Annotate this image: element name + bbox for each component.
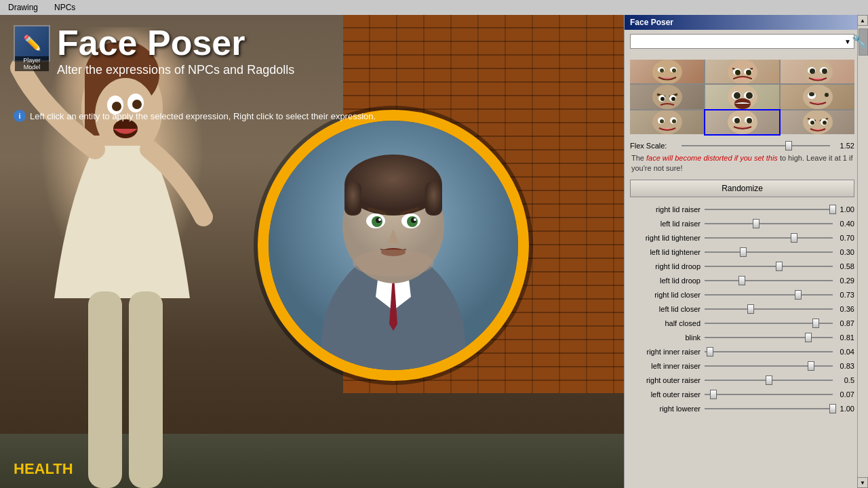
expression-dropdown[interactable]: ▼	[630, 34, 854, 49]
slider-label-9: blink	[630, 333, 705, 342]
expr-cell-2[interactable]	[705, 60, 779, 83]
svg-point-71	[810, 121, 814, 125]
slider-label-12: right outer raiser	[630, 376, 705, 384]
slider-1[interactable]	[705, 219, 833, 228]
slider-row-12: right outer raiser0.5	[630, 373, 854, 387]
flex-scale-value: 1.52	[834, 142, 854, 150]
slider-11[interactable]	[705, 361, 833, 371]
slider-13[interactable]	[705, 390, 833, 399]
slider-value-10: 0.04	[833, 348, 854, 356]
svg-point-51	[746, 92, 753, 99]
svg-point-61	[660, 119, 664, 123]
title-area: ✏️ Player Model Face Poser Alter the exp…	[14, 25, 294, 77]
expr-cell-5[interactable]	[705, 85, 779, 108]
slider-value-1: 0.40	[833, 220, 854, 228]
svg-point-35	[735, 70, 741, 75]
svg-point-36	[746, 70, 751, 75]
svg-point-30	[660, 68, 664, 73]
slider-value-13: 0.07	[833, 390, 854, 399]
slider-3[interactable]	[705, 247, 833, 257]
slider-row-6: right lid closer0.73	[630, 288, 854, 302]
expr-cell-6[interactable]	[781, 85, 854, 108]
flex-scale-row: Flex Scale: 1.52	[630, 141, 854, 150]
randomize-button[interactable]: Randomize	[630, 180, 854, 197]
flex-scale-slider[interactable]	[682, 141, 830, 150]
slider-label-1: left lid raiser	[630, 220, 705, 228]
svg-point-62	[672, 119, 676, 123]
slider-label-0: right lid raiser	[630, 205, 705, 214]
character-circle-frame	[258, 110, 529, 381]
slider-value-2: 0.70	[833, 234, 854, 242]
slider-14[interactable]	[705, 404, 833, 413]
info-icon: i	[14, 110, 26, 122]
slider-2[interactable]	[705, 233, 833, 243]
svg-point-63	[728, 110, 757, 134]
svg-point-24	[414, 218, 416, 221]
slider-row-2: right lid tightener0.70	[630, 231, 854, 245]
slider-label-2: right lid tightener	[630, 234, 705, 242]
svg-point-72	[823, 121, 827, 125]
expr-cell-7[interactable]	[630, 110, 704, 134]
chevron-down-icon: ▼	[844, 38, 851, 45]
svg-point-32	[728, 60, 757, 83]
warning-normal-text: The	[631, 154, 646, 162]
svg-point-31	[672, 68, 676, 73]
slider-6[interactable]	[705, 290, 833, 300]
slider-row-0: right lid raiser1.00	[630, 203, 854, 216]
scroll-up-button[interactable]: ▲	[857, 15, 868, 26]
page-title: Face Poser	[57, 25, 294, 60]
slider-row-1: left lid raiser0.40	[630, 217, 854, 230]
svg-point-46	[671, 97, 675, 101]
svg-point-57	[825, 93, 829, 97]
female-npc[interactable]	[0, 27, 258, 488]
menu-npcs[interactable]: NPCs	[52, 1, 78, 14]
title-text: Face Poser Alter the expressions of NPCs…	[57, 25, 294, 77]
menu-drawing[interactable]: Drawing	[5, 1, 41, 14]
svg-point-40	[810, 68, 815, 74]
svg-point-7	[132, 100, 142, 109]
scroll-down-button[interactable]: ▼	[857, 477, 868, 488]
slider-value-7: 0.36	[833, 305, 854, 313]
svg-point-42	[652, 85, 682, 108]
expr-cell-8[interactable]	[705, 110, 779, 134]
slider-value-5: 0.29	[833, 277, 854, 285]
slider-value-3: 0.30	[833, 248, 854, 256]
expr-cell-1[interactable]	[630, 60, 704, 83]
slider-value-6: 0.73	[833, 291, 854, 299]
face-poser-panel: ▲ ▼ Face Poser ▼ 🔧	[624, 15, 868, 488]
slider-label-5: left lid droop	[630, 277, 705, 285]
slider-value-12: 0.5	[833, 376, 854, 384]
slider-9[interactable]	[705, 333, 833, 342]
health-label: HEALTH	[14, 460, 73, 478]
page-subtitle: Alter the expressions of NPCs and Ragdol…	[57, 63, 294, 77]
svg-point-50	[734, 92, 741, 99]
slider-label-3: left lid tightener	[630, 248, 705, 256]
slider-value-4: 0.58	[833, 262, 854, 270]
slider-label-13: left outer raiser	[630, 390, 705, 399]
slider-7[interactable]	[705, 304, 833, 314]
slider-4[interactable]	[705, 262, 833, 271]
wrench-icon[interactable]: 🔧	[852, 34, 867, 49]
slider-row-3: left lid tightener0.30	[630, 245, 854, 259]
svg-point-45	[660, 97, 665, 101]
sliders-container: right lid raiser1.00left lid raiser0.40r…	[630, 203, 854, 415]
slider-label-6: right lid closer	[630, 291, 705, 299]
slider-10[interactable]	[705, 347, 833, 357]
expr-cell-3[interactable]	[781, 60, 854, 83]
expr-cell-9[interactable]	[781, 110, 854, 134]
viewport: ✏️ Player Model Face Poser Alter the exp…	[0, 15, 624, 488]
expr-cell-4[interactable]	[630, 85, 704, 108]
slider-row-5: left lid droop0.29	[630, 274, 854, 287]
scrollbar-track[interactable]: ▲ ▼	[857, 15, 868, 488]
slider-12[interactable]	[705, 375, 833, 385]
slider-0[interactable]	[705, 205, 833, 214]
svg-point-67	[747, 118, 752, 123]
panel-content: ▼ 🔧	[625, 30, 868, 488]
pencil-icon: ✏️	[23, 35, 41, 52]
slider-8[interactable]	[705, 319, 833, 328]
slider-label-8: half closed	[630, 319, 705, 327]
slider-5[interactable]	[705, 276, 833, 285]
slider-value-9: 0.81	[833, 333, 854, 342]
slider-label-7: left lid closer	[630, 305, 705, 313]
panel-title: Face Poser	[630, 18, 673, 27]
